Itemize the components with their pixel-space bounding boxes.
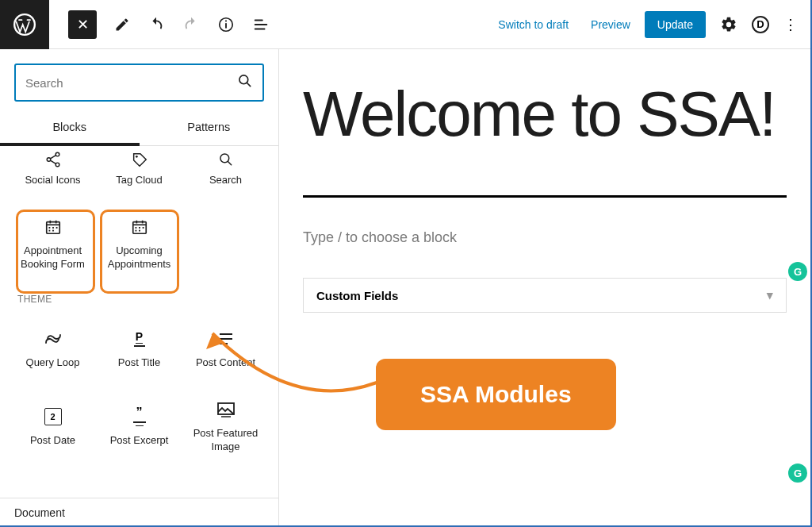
wordpress-logo[interactable] — [0, 0, 49, 49]
block-post-content[interactable]: Post Content — [182, 310, 269, 387]
block-label: Query Loop — [21, 356, 85, 370]
share-icon — [44, 152, 62, 167]
svg-line-10 — [50, 160, 56, 163]
block-label: Search — [205, 174, 247, 187]
undo-icon[interactable] — [147, 16, 165, 33]
svg-rect-2 — [225, 23, 227, 28]
svg-line-9 — [50, 155, 56, 158]
top-right-actions: Switch to draft Preview Update D ⋮ — [490, 11, 810, 38]
document-footer[interactable]: Document — [0, 498, 278, 527]
excerpt-icon: ” — [133, 406, 146, 428]
svg-point-8 — [56, 163, 59, 167]
custom-fields-label: Custom Fields — [316, 289, 398, 302]
search-icon — [237, 73, 253, 92]
block-query-loop[interactable]: Query Loop — [10, 310, 96, 387]
block-label: Tag Cloud — [111, 174, 167, 187]
edit-icon[interactable] — [114, 17, 130, 33]
tab-blocks[interactable]: Blocks — [0, 111, 140, 146]
tool-icons-group — [114, 16, 270, 33]
block-label: Post Date — [25, 434, 80, 448]
block-post-title[interactable]: P Post Title — [96, 310, 182, 387]
block-label: Post Title — [113, 356, 165, 370]
custom-fields-metabox: Custom Fields ▾ — [303, 278, 787, 313]
tab-patterns[interactable]: Patterns — [140, 111, 279, 145]
svg-point-6 — [56, 152, 59, 156]
annotation-callout: SSA Modules — [376, 359, 616, 430]
grammarly-badge-icon[interactable]: G — [788, 262, 807, 281]
block-search-box[interactable] — [14, 63, 264, 102]
block-search[interactable]: Search — [182, 146, 269, 197]
preview-link[interactable]: Preview — [583, 12, 638, 37]
svg-point-11 — [135, 156, 137, 158]
svg-line-13 — [228, 161, 231, 164]
grammarly-badge-icon[interactable]: G — [788, 464, 807, 483]
ssa-highlight-2 — [100, 210, 179, 294]
switch-to-draft-link[interactable]: Switch to draft — [490, 12, 576, 37]
post-title-icon: P — [134, 328, 145, 350]
svg-rect-3 — [225, 20, 227, 21]
block-label: Social Icons — [20, 174, 85, 187]
tag-icon — [131, 152, 148, 167]
outline-icon[interactable] — [252, 16, 270, 33]
separator-block[interactable] — [303, 195, 787, 198]
loop-icon — [43, 328, 63, 350]
block-inserter-panel: Blocks Patterns Social Icons Tag Cloud S… — [0, 49, 279, 527]
chevron-down-icon: ▾ — [767, 288, 773, 302]
ssa-highlight-1 — [16, 210, 95, 294]
date-icon: 2 — [44, 406, 62, 428]
update-button[interactable]: Update — [645, 11, 706, 38]
svg-point-7 — [47, 157, 51, 161]
custom-fields-header[interactable]: Custom Fields ▾ — [304, 279, 786, 312]
block-label: Post Content — [191, 356, 260, 370]
inserter-tabs: Blocks Patterns — [0, 111, 278, 146]
block-social-icons[interactable]: Social Icons — [10, 146, 96, 197]
divi-icon[interactable]: D — [752, 16, 769, 33]
block-label: Post Excerpt — [105, 434, 174, 448]
block-post-excerpt[interactable]: ” Post Excerpt — [96, 387, 182, 465]
block-label: Post Featured Image — [182, 427, 269, 454]
page-title[interactable]: Welcome to SSA! — [303, 81, 787, 148]
block-tag-cloud[interactable]: Tag Cloud — [96, 146, 182, 197]
block-placeholder[interactable]: Type / to choose a block — [303, 229, 787, 246]
info-icon[interactable] — [217, 16, 235, 33]
content-icon — [218, 328, 234, 350]
blocks-list: Social Icons Tag Cloud Search Appointmen… — [0, 146, 278, 498]
top-toolbar: ✕ Switch to draft Preview Update D ⋮ — [0, 0, 810, 49]
featured-image-icon — [216, 398, 236, 421]
svg-line-5 — [247, 83, 251, 87]
editor-canvas[interactable]: Welcome to SSA! G Type / to choose a blo… — [279, 49, 810, 527]
block-post-date[interactable]: 2 Post Date — [10, 387, 96, 465]
block-post-featured-image[interactable]: Post Featured Image — [182, 387, 269, 465]
search-icon — [218, 152, 234, 167]
search-input[interactable] — [25, 76, 237, 90]
redo-icon[interactable] — [182, 16, 200, 33]
settings-gear-icon[interactable] — [720, 16, 737, 33]
more-options-icon[interactable]: ⋮ — [783, 16, 796, 33]
main-area: Blocks Patterns Social Icons Tag Cloud S… — [0, 49, 810, 527]
close-inserter-button[interactable]: ✕ — [68, 10, 97, 39]
